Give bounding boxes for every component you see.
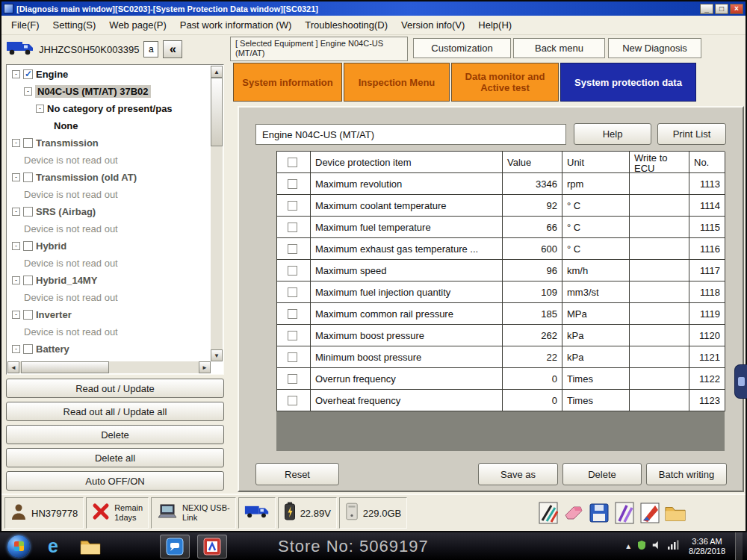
inverter-checkbox[interactable]: [23, 310, 33, 320]
menu-version[interactable]: Version info(V): [394, 17, 471, 33]
table-row[interactable]: Maximum exhaust gas temperature ... 600 …: [277, 238, 725, 260]
network-icon[interactable]: [667, 540, 679, 553]
eraser-tool-icon[interactable]: [563, 501, 584, 525]
menu-troubleshooting[interactable]: Troubleshooting(D): [298, 17, 394, 33]
read-out-all-button[interactable]: Read out all / Update all: [6, 402, 224, 421]
engine-checkbox[interactable]: [23, 69, 33, 79]
expand-icon[interactable]: -: [12, 242, 20, 250]
scroll-down-icon[interactable]: ▼: [211, 349, 223, 361]
select-all-checkbox[interactable]: [288, 158, 297, 167]
row-checkbox[interactable]: [288, 352, 297, 362]
scroll-right-icon[interactable]: ►: [199, 361, 211, 373]
table-row[interactable]: Maximum speed 96 km/h 1117: [277, 260, 725, 281]
battery-checkbox[interactable]: [23, 344, 33, 354]
customization-button[interactable]: Customization: [413, 38, 511, 58]
transmission-checkbox[interactable]: [23, 138, 33, 148]
row-checkbox[interactable]: [288, 201, 297, 211]
table-row[interactable]: Maximum revolution 3346 rpm 1113: [277, 173, 725, 195]
tab-system-information[interactable]: System information: [233, 63, 342, 102]
tree-item-transmission-old-at[interactable]: - Transmission (old AT): [7, 169, 211, 186]
scrollbar-thumb[interactable]: [211, 78, 223, 146]
delete-row-button[interactable]: Delete: [562, 463, 642, 485]
tab-inspection-menu[interactable]: Inspection Menu: [344, 63, 450, 102]
pdf-app-icon[interactable]: [197, 535, 227, 559]
tree-item-not-read-out[interactable]: Device is not read out: [7, 323, 211, 340]
back-menu-button[interactable]: Back menu: [513, 38, 605, 58]
table-row[interactable]: Maximum fuel injection quantity 109 mm3/…: [277, 281, 725, 303]
tree-item-no-category[interactable]: - No category of present/pas: [7, 100, 211, 117]
tab-system-protection-data[interactable]: System protection data: [560, 63, 696, 102]
row-checkbox[interactable]: [288, 244, 297, 254]
internet-explorer-icon[interactable]: e: [38, 535, 68, 559]
expand-icon[interactable]: -: [12, 311, 20, 319]
tree-item-battery[interactable]: - Battery: [7, 340, 211, 358]
scroll-left-icon[interactable]: ◄: [7, 361, 19, 373]
scroll-up-icon[interactable]: ▲: [211, 66, 223, 78]
side-panel-handle[interactable]: [734, 364, 747, 399]
tree-horizontal-scrollbar[interactable]: ◄ ►: [7, 361, 211, 373]
row-checkbox[interactable]: [288, 266, 297, 276]
menu-file[interactable]: File(F): [4, 17, 46, 33]
tree-item-srs-airbag[interactable]: - SRS (Airbag): [7, 203, 211, 220]
hybrid-checkbox[interactable]: [23, 241, 33, 251]
menu-setting[interactable]: Setting(S): [46, 17, 103, 33]
tree-item-not-read-out[interactable]: Device is not read out: [7, 152, 211, 169]
minimize-button[interactable]: _: [700, 4, 713, 14]
start-button[interactable]: [7, 535, 30, 558]
hidden-icons-arrow-icon[interactable]: ▲: [624, 542, 632, 550]
table-row[interactable]: Maximum boost pressure 262 kPa 1120: [277, 325, 725, 346]
save-tool-icon[interactable]: [589, 501, 610, 525]
row-checkbox[interactable]: [288, 223, 297, 232]
folder-tool-icon[interactable]: [665, 501, 686, 525]
maximize-button[interactable]: □: [715, 4, 728, 14]
pens-tool-icon[interactable]: [614, 501, 635, 525]
tree-vertical-scrollbar[interactable]: ▲ ▼: [211, 66, 223, 361]
tree-item-not-read-out[interactable]: Device is not read out: [7, 289, 211, 306]
scrollbar-thumb[interactable]: [21, 361, 109, 373]
close-button[interactable]: ×: [730, 4, 743, 14]
expand-icon[interactable]: -: [12, 139, 20, 147]
row-checkbox[interactable]: [288, 179, 297, 189]
delete-button[interactable]: Delete: [6, 425, 224, 444]
menu-webpage[interactable]: Web page(P): [102, 17, 173, 33]
row-checkbox[interactable]: [288, 396, 297, 405]
srs-checkbox[interactable]: [23, 207, 33, 217]
menu-past-work[interactable]: Past work information (W): [173, 17, 299, 33]
tree-item-hybrid-14my[interactable]: - Hybrid_14MY: [7, 272, 211, 289]
tree-item-hybrid[interactable]: - Hybrid: [7, 237, 211, 255]
help-button[interactable]: Help: [574, 123, 651, 145]
row-checkbox[interactable]: [288, 287, 297, 297]
tree-item-n04c-us[interactable]: - N04C-US (MT/AT) 37B02: [7, 83, 211, 100]
row-checkbox[interactable]: [288, 331, 297, 340]
table-row[interactable]: Maximum coolant temperature 92 ° C 1114: [277, 195, 725, 217]
table-row[interactable]: Overrun frequency 0 Times 1122: [277, 368, 725, 390]
print-list-button[interactable]: Print List: [657, 123, 726, 145]
collapse-panel-button[interactable]: «: [163, 40, 182, 58]
explorer-folder-icon[interactable]: [75, 535, 105, 559]
expand-icon[interactable]: -: [24, 87, 32, 96]
taskbar-clock[interactable]: 3:36 AM 8/28/2018: [684, 537, 730, 556]
row-checkbox[interactable]: [288, 374, 297, 384]
dx-app-icon[interactable]: [160, 535, 190, 559]
save-as-button[interactable]: Save as: [478, 463, 558, 485]
tree-item-engine[interactable]: - Engine: [7, 66, 211, 83]
show-desktop-button[interactable]: [735, 532, 743, 560]
table-row[interactable]: Maximum fuel temperature 66 ° C 1115: [277, 217, 725, 238]
expand-icon[interactable]: -: [12, 276, 20, 284]
tree-item-not-read-out[interactable]: Device is not read out: [7, 220, 211, 237]
delete-all-button[interactable]: Delete all: [6, 448, 224, 467]
transmission-old-checkbox[interactable]: [23, 172, 33, 182]
expand-icon[interactable]: -: [36, 105, 44, 113]
tree-item-not-read-out[interactable]: Device is not read out: [7, 255, 211, 272]
read-out-update-button[interactable]: Read out / Update: [6, 379, 224, 398]
volume-icon[interactable]: [651, 540, 662, 553]
tree-item-transmission[interactable]: - Transmission: [7, 134, 211, 152]
font-size-button[interactable]: a: [143, 41, 158, 57]
pencil-tool-icon[interactable]: [538, 501, 559, 525]
expand-icon[interactable]: -: [12, 208, 20, 216]
menu-help[interactable]: Help(H): [471, 17, 518, 33]
tree-item-not-read-out[interactable]: Device is not read out: [7, 186, 211, 203]
auto-off-on-button[interactable]: Auto OFF/ON: [6, 471, 224, 491]
tab-data-monitor[interactable]: Data monitor and Active test: [451, 63, 559, 102]
tree-item-inverter[interactable]: - Inverter: [7, 306, 211, 323]
